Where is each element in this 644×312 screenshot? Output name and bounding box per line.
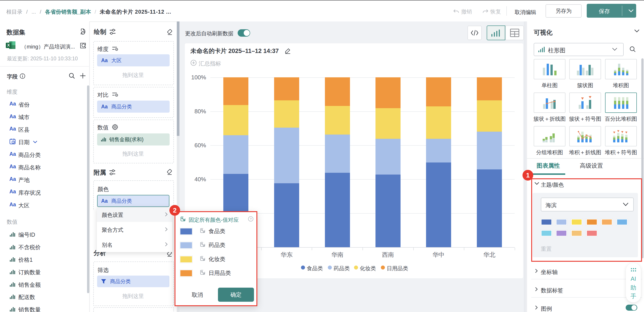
svg-text:?: ? <box>250 217 252 221</box>
